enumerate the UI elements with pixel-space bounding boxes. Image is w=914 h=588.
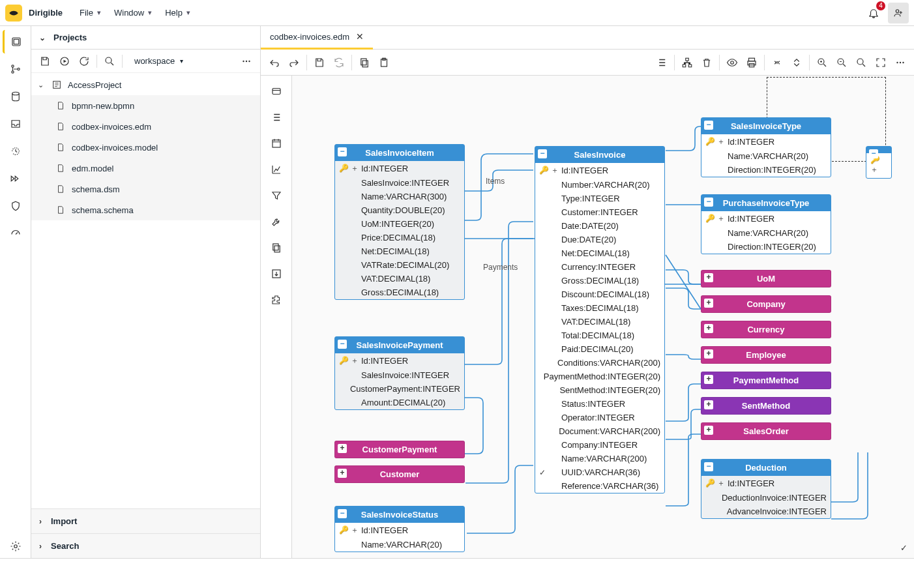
expand-icon[interactable]: + [338,444,347,453]
diagram-canvas[interactable]: Items Payments −SalesInvoiceItem 🔑 ＋Id:I… [292,76,914,558]
notifications-button[interactable]: 4 [863,3,884,23]
expand-icon[interactable]: + [704,400,713,409]
entity-salesinvoicepayment[interactable]: −SalesInvoicePayment 🔑 ＋Id:INTEGER Sales… [334,336,465,410]
expand-icon[interactable]: + [704,273,713,282]
expand-button[interactable] [787,53,806,72]
save-button[interactable] [310,53,329,72]
workspace-select[interactable]: workspace▾ [129,53,188,68]
field-label: Id:INTEGER [361,356,408,366]
entity-offscreen[interactable]: − 🔑＋ [866,146,892,179]
tree-file[interactable]: schema.schema [31,199,260,220]
entity-chip-sentmethod[interactable]: +SentMethod [701,397,831,415]
expand-icon[interactable]: + [704,426,713,435]
collapse-icon[interactable]: − [338,147,347,156]
collapse-icon[interactable]: − [538,149,547,158]
preview-button[interactable] [722,53,742,72]
palette-calendar[interactable] [265,132,288,155]
collapse-icon[interactable]: − [338,509,347,518]
undo-button[interactable] [265,53,284,72]
more-button[interactable] [237,51,256,71]
refresh-button[interactable] [74,51,94,71]
collapse-icon[interactable]: − [704,121,713,130]
expand-icon[interactable]: + [704,349,713,359]
tree-file[interactable]: codbex-invoices.model [31,137,260,158]
rail-projects[interactable] [3,30,29,53]
redo-button[interactable] [284,53,304,72]
entity-chip-company[interactable]: +Company [701,295,831,313]
zoom-search-button[interactable] [851,53,871,72]
collapse-icon[interactable]: − [704,198,713,207]
menu-help[interactable]: Help▾ [158,0,197,26]
entity-salesinvoicetype[interactable]: −SalesInvoiceType 🔑 ＋Id:INTEGER Name:VAR… [701,117,831,177]
zoom-in-button[interactable] [812,53,832,72]
user-button[interactable] [888,3,909,23]
rail-inbox[interactable] [3,112,29,136]
entity-chip-currency[interactable]: +Currency [701,321,831,338]
search-button[interactable] [100,51,119,71]
tab-active[interactable]: codbex-invoices.edm ✕ [261,26,373,50]
print-button[interactable] [742,53,761,72]
expand-icon[interactable]: + [338,469,347,478]
menu-window[interactable]: Window▾ [108,0,158,26]
sidebar-header[interactable]: ⌄ Projects [31,26,260,50]
run-button[interactable] [55,51,74,71]
zoom-out-button[interactable] [832,53,851,72]
tree-file[interactable]: schema.dsm [31,179,260,199]
palette-list[interactable] [265,106,288,129]
palette-extension[interactable] [265,288,288,312]
project-icon [51,80,63,90]
expand-icon[interactable]: + [704,299,713,308]
entity-chip-customer[interactable]: +Customer [334,465,465,483]
field-label: Due:DATE(20) [561,235,616,244]
more-editor-button[interactable] [891,53,910,72]
palette-import[interactable] [265,262,288,286]
rail-security[interactable] [3,194,29,218]
tree-file[interactable]: edm.model [31,158,260,179]
list-button[interactable] [652,53,671,72]
rail-settings[interactable] [3,535,29,558]
entity-salesinvoice[interactable]: −SalesInvoice 🔑 ＋Id:INTEGER Number:VARCH… [535,146,665,493]
tab-close-button[interactable]: ✕ [356,31,364,42]
entity-chip-employee[interactable]: +Employee [701,346,831,364]
palette-chart[interactable] [265,158,288,181]
menu-file[interactable]: File▾ [73,0,108,26]
delete-button[interactable] [697,53,716,72]
collapse-icon[interactable]: − [704,462,713,471]
entity-chip-salesorder[interactable]: +SalesOrder [701,422,831,440]
paste-button[interactable] [374,53,394,72]
svg-point-29 [900,61,901,63]
collapse-icon[interactable]: − [338,340,347,349]
fit-button[interactable] [871,53,891,72]
entity-chip-customerpayment[interactable]: +CustomerPayment [334,441,465,458]
palette-entity[interactable] [265,80,288,103]
rail-history[interactable] [3,140,29,163]
entity-chip-uom[interactable]: +UoM [701,270,831,287]
rail-tags[interactable] [3,167,29,190]
panel-import[interactable]: ›Import [31,508,260,533]
entity-salesinvoicestatus[interactable]: −SalesInvoiceStatus 🔑 ＋Id:INTEGER Name:V… [334,506,465,552]
palette-copy[interactable] [265,236,288,259]
entity-deduction[interactable]: −Deduction 🔑 ＋Id:INTEGER DeductionInvoic… [701,459,831,519]
copy-button[interactable] [355,53,374,72]
tree-file[interactable]: bpmn-new.bpmn [31,95,260,116]
entity-title: SalesInvoiceStatus [361,510,439,520]
tree-project[interactable]: ⌄ AccessProject [31,74,260,95]
rail-database[interactable] [3,85,29,108]
entity-salesinvoiceitem[interactable]: −SalesInvoiceItem 🔑 ＋Id:INTEGER SalesInv… [334,144,465,300]
panel-search[interactable]: ›Search [31,533,260,558]
expand-icon[interactable]: + [704,375,713,384]
collapse-button[interactable] [767,53,787,72]
palette-filter[interactable] [265,184,288,207]
tree-file[interactable]: codbex-invoices.edm [31,116,260,137]
rail-git[interactable] [3,57,29,81]
save-all-button[interactable] [35,51,55,71]
collapse-icon[interactable]: − [869,149,878,158]
layout-button[interactable] [677,53,697,72]
workspace-label: workspace [134,56,175,66]
sync-button[interactable] [329,53,349,72]
expand-icon[interactable]: + [704,324,713,333]
entity-purchaseinvoicetype[interactable]: −PurchaseInvoiceType 🔑 ＋Id:INTEGER Name:… [701,194,831,254]
entity-chip-paymentmethod[interactable]: +PaymentMethod [701,372,831,389]
palette-wrench[interactable] [265,210,288,233]
rail-dashboard[interactable] [3,222,29,245]
